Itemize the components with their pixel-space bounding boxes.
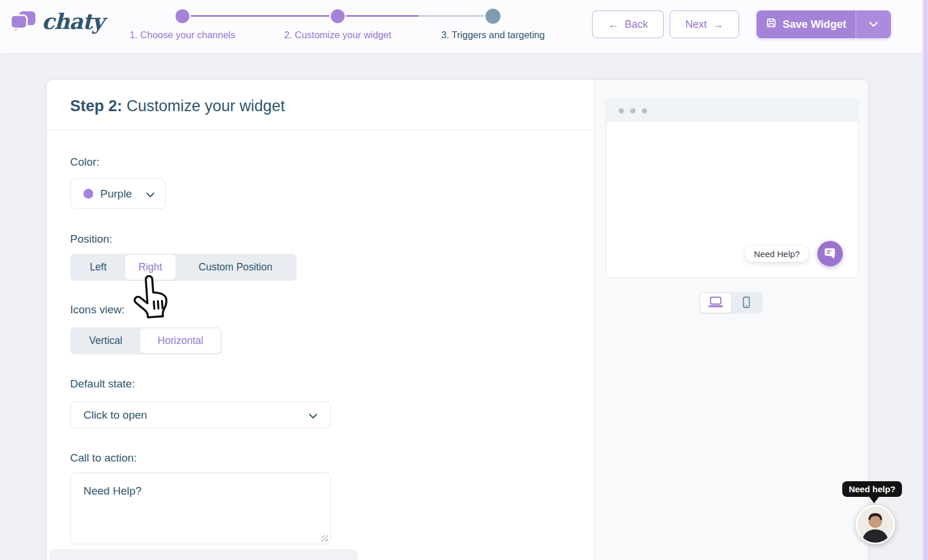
color-label: Color: — [70, 156, 571, 169]
save-widget-label: Save Widget — [783, 18, 846, 31]
widget-cta-bubble: Need Help? — [745, 246, 808, 262]
default-state-value: Click to open — [83, 409, 147, 422]
help-avatar[interactable] — [856, 505, 895, 544]
call-to-action-input[interactable]: Need Help? — [70, 473, 331, 544]
badge-tail-icon — [869, 496, 879, 503]
icons-view-option-horizontal[interactable]: Horizontal — [140, 328, 221, 353]
save-widget-split-button: Save Widget — [757, 10, 891, 38]
call-to-action-label: Call to action: — [70, 452, 571, 464]
window-dot-icon — [642, 108, 647, 114]
chevron-down-icon — [869, 20, 878, 29]
icons-view-segmented-control: Vertical Horizontal — [70, 327, 222, 354]
window-dot-icon — [630, 108, 635, 114]
laptop-icon — [708, 296, 724, 310]
need-help-badge[interactable]: Need help? — [842, 481, 902, 497]
step-1-dot — [176, 9, 189, 23]
help-video-bubble: Need help? — [835, 479, 928, 560]
save-widget-button[interactable]: Save Widget — [757, 10, 856, 38]
customize-widget-card: Step 2: Customize your widget Color: Pur… — [46, 79, 869, 560]
next-button-label: Next — [685, 19, 707, 31]
window-dot-icon — [619, 108, 624, 114]
back-button[interactable]: ← Back — [592, 10, 664, 38]
default-state-label: Default state: — [70, 378, 571, 390]
position-option-custom[interactable]: Custom Position — [176, 255, 295, 280]
resize-grip-icon[interactable] — [321, 535, 328, 541]
icons-view-option-vertical[interactable]: Vertical — [71, 328, 140, 353]
chevron-down-icon — [309, 409, 317, 422]
logo[interactable]: chaty — [10, 10, 104, 36]
color-select[interactable]: Purple — [70, 178, 166, 209]
card-header: Step 2: Customize your widget — [47, 80, 594, 130]
next-button[interactable]: Next → — [670, 10, 739, 38]
page-title-step: Step 2: — [70, 97, 122, 115]
step-2-label[interactable]: 2. Customize your widget — [284, 30, 391, 41]
step-connector-2-3 — [346, 15, 485, 17]
step-3-label[interactable]: 3. Triggers and targeting — [441, 30, 545, 41]
chat-widget-preview: Need Help? — [745, 241, 842, 266]
chat-widget-button[interactable] — [817, 241, 843, 266]
logo-text: chaty — [42, 11, 104, 36]
page-title: Step 2: Customize your widget — [70, 97, 571, 115]
position-segmented-control: Left Right Custom Position — [70, 254, 297, 281]
widget-settings-form: Step 2: Customize your widget Color: Pur… — [47, 80, 594, 560]
next-section-peek — [49, 549, 358, 560]
arrow-left-icon: ← — [608, 19, 619, 30]
hand-cursor-icon — [130, 273, 171, 322]
save-widget-dropdown-button[interactable] — [856, 10, 891, 38]
back-button-label: Back — [624, 19, 648, 31]
form-body: Color: Purple Position: Left Right Custo… — [47, 156, 594, 544]
widget-preview-panel: Need Help? — [594, 80, 868, 560]
call-to-action-field-wrap: Need Help? — [70, 473, 331, 544]
step-3-dot — [485, 9, 500, 24]
step-1-label[interactable]: 1. Choose your channels — [130, 30, 236, 41]
desktop-preview-button[interactable] — [700, 293, 731, 313]
step-connector-1-2 — [191, 15, 330, 17]
step-2-dot — [331, 9, 345, 23]
smartphone-icon — [741, 296, 751, 310]
browser-mockup: Need Help? — [606, 100, 858, 277]
arrow-right-icon: → — [713, 19, 724, 30]
chevron-down-icon — [146, 188, 155, 200]
page-scrollbar[interactable] — [922, 0, 928, 560]
device-preview-toggle — [699, 292, 763, 314]
color-swatch-purple — [83, 189, 93, 199]
page-title-rest: Customize your widget — [122, 97, 285, 115]
color-select-value: Purple — [100, 188, 132, 200]
mobile-preview-button[interactable] — [731, 293, 762, 313]
position-label: Position: — [70, 233, 571, 246]
save-icon — [766, 17, 777, 31]
top-bar: chaty 1. Choose your channels 2. Customi… — [0, 0, 928, 54]
default-state-select[interactable]: Click to open — [70, 401, 331, 429]
position-option-left[interactable]: Left — [71, 255, 125, 280]
chat-bubble-icon — [823, 246, 837, 262]
browser-mockup-titlebar — [607, 100, 858, 122]
chaty-logo-icon — [10, 10, 36, 36]
